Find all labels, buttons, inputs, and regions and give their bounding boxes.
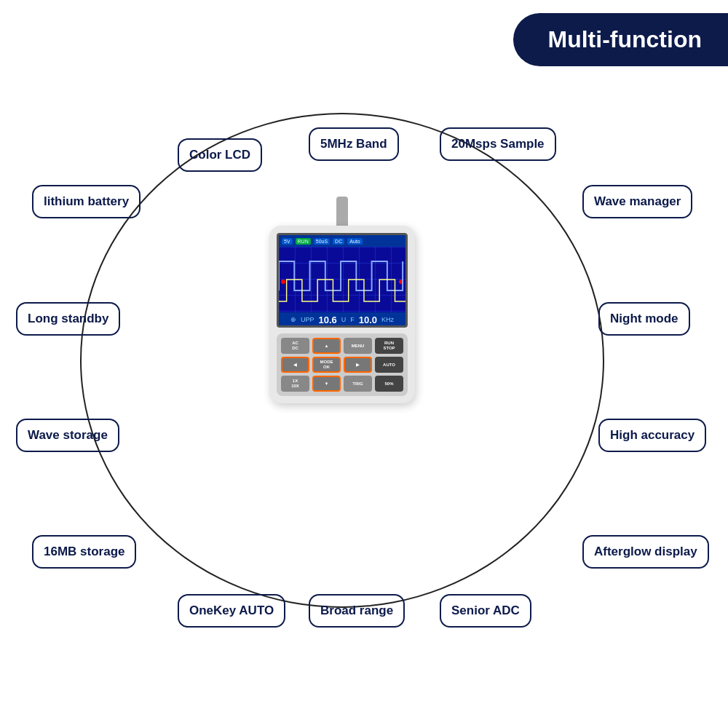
device-body: 5V RUN 50uS DC Auto ⊕ UPP 10.6 (269, 226, 415, 403)
device-screen: 5V RUN 50uS DC Auto ⊕ UPP 10.6 (277, 233, 408, 328)
screen-grid (279, 247, 405, 312)
feature-senior-adc: Senior ADC (440, 594, 531, 628)
key-down[interactable]: ▼ (312, 376, 341, 392)
feature-20msps: 20Msps Sample (440, 127, 556, 161)
page-title: Multi-function (513, 13, 728, 66)
bottom-label-left: UPP (301, 316, 314, 323)
bottom-unit-right: KHz (381, 316, 394, 323)
key-auto[interactable]: AUTO (375, 357, 403, 373)
feature-5mhz-band: 5MHz Band (309, 127, 399, 161)
screen-auto: Auto (347, 238, 362, 245)
feature-onekey-auto: OneKey AUTO (178, 594, 285, 628)
feature-color-lcd: Color LCD (178, 138, 262, 172)
screen-run-status: RUN (296, 238, 311, 245)
feature-wave-manager: Wave manager (582, 185, 692, 218)
screen-time: 50uS (314, 238, 330, 245)
feature-high-accuracy: High accuracy (598, 419, 706, 452)
screen-coupling: DC (333, 238, 344, 245)
key-up[interactable]: ▲ (312, 338, 341, 354)
bottom-value-right: 10.0 (359, 314, 377, 325)
bottom-value-left: 10.6 (318, 314, 336, 325)
screen-topbar: 5V RUN 50uS DC Auto (279, 235, 405, 247)
oscilloscope-device: 5V RUN 50uS DC Auto ⊕ UPP 10.6 (262, 197, 422, 403)
feature-16mb-storage: 16MB storage (32, 535, 136, 569)
feature-afterglow: Afterglow display (582, 535, 709, 569)
key-ac-dc[interactable]: ACDC (281, 338, 309, 354)
feature-long-standby: Long standby (16, 302, 120, 336)
crosshair-icon: ⊕ (290, 316, 296, 323)
keypad: ACDC ▲ MENU RUNSTOP ◀ MODEOK ▶ AUTO 1X10… (277, 333, 408, 396)
screen-bottombar: ⊕ UPP 10.6 U F 10.0 KHz (279, 312, 405, 327)
bottom-label-right: F (350, 316, 355, 323)
key-left[interactable]: ◀ (281, 357, 309, 373)
key-right[interactable]: ▶ (344, 357, 372, 373)
key-50[interactable]: 50% (375, 376, 403, 392)
key-menu[interactable]: MENU (344, 338, 372, 354)
bottom-unit-left: U (341, 316, 347, 323)
feature-broad-range: Broad range (309, 594, 405, 628)
key-mode-ok[interactable]: MODEOK (312, 357, 341, 373)
key-run-stop[interactable]: RUNSTOP (375, 338, 403, 354)
feature-night-mode: Night mode (598, 302, 690, 336)
probe-connector (336, 197, 348, 226)
feature-lithium-battery: lithium battery (32, 185, 141, 218)
screen-voltage: 5V (282, 238, 293, 245)
waveform-display (279, 247, 405, 312)
feature-wave-storage: Wave storage (16, 419, 119, 452)
key-trig[interactable]: TRIG (344, 376, 372, 392)
key-1x-10x[interactable]: 1X10X (281, 376, 309, 392)
